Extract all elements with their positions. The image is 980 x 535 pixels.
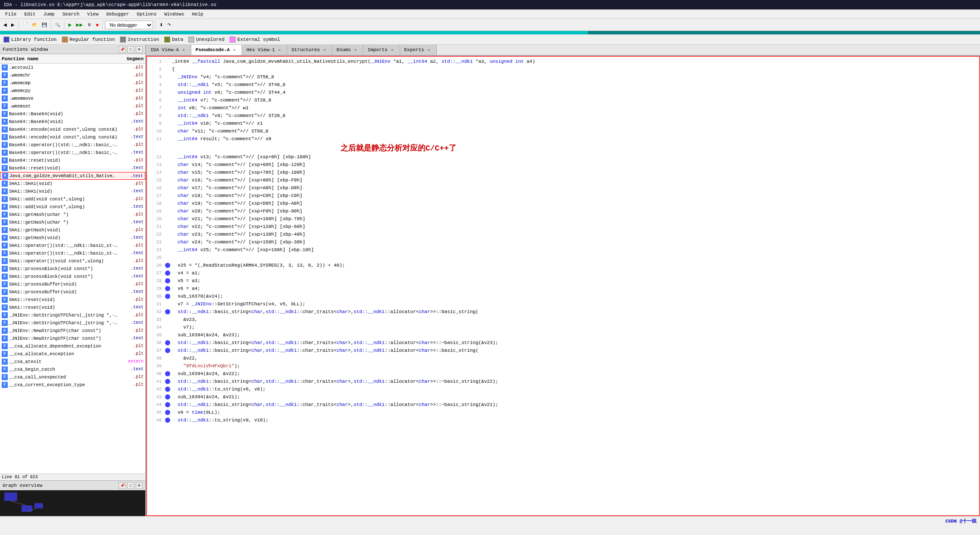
function-row[interactable]: F.wmemcmp.plt	[0, 79, 145, 87]
functions-window-pin[interactable]: 📌	[119, 46, 126, 53]
function-row[interactable]: FSHA1::operator()(std::__ndk1::basic_st·…	[0, 249, 145, 257]
legend-label: Instruction	[128, 37, 159, 42]
tab-imports[interactable]: Imports✕	[363, 45, 400, 55]
function-row[interactable]: F__cxa_allocate_exception.plt	[0, 350, 145, 358]
menu-item-search[interactable]: Search	[59, 11, 83, 18]
menu-item-view[interactable]: View	[84, 11, 102, 18]
toolbar-btn-run[interactable]: ▶	[67, 22, 74, 28]
tab-structures[interactable]: Structures✕	[287, 45, 332, 55]
tab-close-pseudocode-a[interactable]: ✕	[231, 47, 237, 53]
function-row[interactable]: FSHA1::processBuffer(void).text	[0, 288, 145, 296]
toolbar-btn-open[interactable]: 📂	[31, 22, 39, 28]
function-row[interactable]: F_JNIEnv::GetStringUTFChars(_jstring *,·…	[0, 311, 145, 319]
function-row[interactable]: FSHA1::processBuffer(void).plt	[0, 280, 145, 288]
function-row[interactable]: FBase64::encode(void const*,ulong const&…	[0, 133, 145, 141]
toolbar-btn-play[interactable]: ▶▶	[74, 22, 85, 28]
function-row[interactable]: FSHA1::getHash(uchar *).plt	[0, 211, 145, 218]
tab-close-structures[interactable]: ✕	[322, 47, 328, 53]
toolbar-btn-2[interactable]: ▶	[9, 22, 16, 28]
function-row[interactable]: F.wmemmove.plt	[0, 95, 145, 102]
tab-ida-view-a[interactable]: IDA View-A✕	[146, 45, 191, 55]
functions-list[interactable]: F.wcstoul1.pltF.wmemchr.pltF.wmemcmp.plt…	[0, 64, 145, 474]
function-row[interactable]: FSHA1::SHA1(void).plt	[0, 180, 145, 188]
toolbar-btn-stop[interactable]: ■	[94, 22, 100, 28]
toolbar-btn-search[interactable]: 🔍	[53, 22, 62, 28]
function-row[interactable]: FSHA1::operator()(std::__ndk1::basic_st·…	[0, 242, 145, 249]
function-row[interactable]: F_JNIEnv::NewStringUTF(char const*).plt	[0, 327, 145, 335]
function-row[interactable]: FSHA1::add(void const*,ulong).plt	[0, 195, 145, 203]
graph-close[interactable]: ✕	[136, 482, 143, 489]
toolbar-btn-step[interactable]: ⬇	[158, 22, 165, 28]
function-row[interactable]: FBase64::reset(void).plt	[0, 157, 145, 164]
tab-close-enums[interactable]: ✕	[352, 47, 358, 53]
debugger-dropdown[interactable]: No debugger	[105, 21, 153, 29]
function-row[interactable]: FBase64::Base64(void).plt	[0, 110, 145, 118]
function-row[interactable]: FSHA1::operator()(void const*,ulong).plt	[0, 257, 145, 265]
menu-item-windows[interactable]: Windows	[161, 11, 187, 18]
function-row[interactable]: F.wmemchr.plt	[0, 71, 145, 79]
function-row[interactable]: FJava_com_goldze_mvvmhabit_utils_Native·…	[0, 172, 145, 180]
function-row[interactable]: F.wmemcpy.plt	[0, 87, 145, 95]
function-name: Base64::encode(void const*,ulong const&)	[9, 127, 118, 132]
function-row[interactable]: FBase64::reset(void).text	[0, 164, 145, 172]
menu-item-edit[interactable]: Edit	[21, 11, 39, 18]
function-row[interactable]: F__cxa_atexitextern	[0, 358, 145, 366]
tab-close-hex-view-1[interactable]: ✕	[276, 47, 282, 53]
function-row[interactable]: FSHA1::reset(void).text	[0, 304, 145, 311]
toolbar-btn-stepover[interactable]: ↷	[165, 22, 172, 28]
function-row[interactable]: FBase64::operator()(std::__ndk1::basic_·…	[0, 141, 145, 149]
line-number: 9	[149, 120, 162, 127]
function-row[interactable]: FSHA1::getHash(void).text	[0, 234, 145, 242]
function-row[interactable]: FSHA1::processBlock(void const*).text	[0, 265, 145, 273]
function-row[interactable]: F__cxa_call_unexpected.plt	[0, 373, 145, 381]
code-line: 15 char v16; "c-comment">// [xsp+90h] [x…	[147, 176, 979, 184]
function-name: SHA1::reset(void)	[9, 297, 118, 302]
toolbar-btn-pause[interactable]: ⏸	[86, 22, 93, 28]
function-icon: F	[2, 95, 8, 101]
function-row[interactable]: FBase64::operator()(std::__ndk1::basic_·…	[0, 149, 145, 157]
function-row[interactable]: FBase64::encode(void const*,ulong const&…	[0, 126, 145, 133]
code-text: sub_16370(&v24);	[172, 292, 977, 300]
function-row[interactable]: F.wmemset.plt	[0, 102, 145, 110]
function-row[interactable]: F_JNIEnv::NewStringUTF(char const*).text	[0, 335, 145, 342]
tab-close-exports[interactable]: ✕	[426, 47, 432, 53]
function-row[interactable]: F__cxa_allocate_dependent_exception.plt	[0, 342, 145, 350]
menu-item-help[interactable]: Help	[188, 11, 206, 18]
toolbar-btn-save[interactable]: 💾	[40, 22, 49, 28]
code-text: std::__ndk1::basic_string<char,std::__nd…	[172, 308, 977, 316]
function-row[interactable]: FSHA1::reset(void).plt	[0, 296, 145, 304]
tab-pseudocode-a[interactable]: Pseudocode-A✕	[191, 45, 242, 55]
graph-float[interactable]: □	[127, 482, 134, 489]
function-row[interactable]: FSHA1::SHA1(void).text	[0, 188, 145, 195]
code-area[interactable]: 1_int64 __fastcall Java_com_goldze_mvvmh…	[146, 56, 980, 516]
tab-close-imports[interactable]: ✕	[389, 47, 395, 53]
function-row[interactable]: FBase64::Base64(void).text	[0, 118, 145, 126]
toolbar-btn-new[interactable]: 📄	[21, 22, 30, 28]
function-row[interactable]: FSHA1::getHash(void).plt	[0, 226, 145, 234]
function-row[interactable]: FSHA1::getHash(uchar *).text	[0, 218, 145, 226]
menu-item-options[interactable]: Options	[133, 11, 160, 18]
menu-item-jump[interactable]: Jump	[40, 11, 58, 18]
function-row[interactable]: F_JNIEnv::GetStringUTFChars(_jstring *,·…	[0, 319, 145, 327]
line-number: 7	[149, 104, 162, 112]
toolbar-btn-1[interactable]: ◀	[2, 22, 9, 28]
menu-item-debugger[interactable]: Debugger	[103, 11, 132, 18]
functions-window-float[interactable]: □	[127, 46, 134, 53]
line-number: 46	[149, 416, 162, 424]
functions-window-close[interactable]: ✕	[136, 46, 143, 53]
function-row[interactable]: F.wcstoul1.plt	[0, 64, 145, 71]
code-text: std::__ndk1::basic_string<char,std::__nd…	[172, 347, 977, 354]
tab-enums[interactable]: Enums✕	[332, 45, 363, 55]
tab-close-ida-view-a[interactable]: ✕	[181, 47, 187, 53]
line-number: 38	[149, 354, 162, 362]
graph-pin[interactable]: 📌	[119, 482, 126, 489]
function-row[interactable]: F__cxa_current_exception_type.plt	[0, 381, 145, 389]
function-row[interactable]: FSHA1::add(void const*,ulong).text	[0, 203, 145, 211]
tab-exports[interactable]: Exports✕	[400, 45, 437, 55]
function-row[interactable]: F__cxa_begin_catch.text	[0, 366, 145, 373]
tab-hex-view-1[interactable]: Hex View-1✕	[242, 45, 287, 55]
menu-item-file[interactable]: File	[2, 11, 20, 18]
function-row[interactable]: FSHA1::processBlock(void const*).text	[0, 273, 145, 280]
line-bullet	[165, 371, 170, 376]
code-line: 20 char v21; "c-comment">// [xsp+108h] […	[147, 215, 979, 223]
